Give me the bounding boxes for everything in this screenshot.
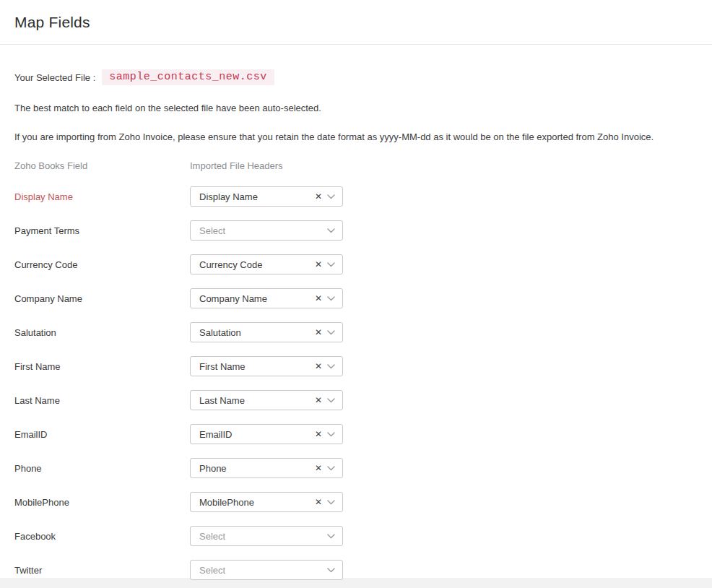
field-label: MobilePhone <box>14 492 190 508</box>
clear-selection-icon[interactable]: ✕ <box>315 362 322 371</box>
chevron-down-icon[interactable] <box>327 296 335 301</box>
column-headers: Zoho Books Field Imported File Headers <box>14 160 698 171</box>
dropdown-value: Currency Code <box>199 259 315 270</box>
header-dropdown[interactable]: Currency Code ✕ <box>190 254 343 274</box>
field-row: First Name First Name ✕ <box>14 356 698 390</box>
field-label: First Name <box>14 356 190 372</box>
field-row: MobilePhone MobilePhone ✕ <box>14 492 698 526</box>
column-header-zoho-books-field: Zoho Books Field <box>14 160 190 171</box>
zoho-invoice-note: If you are importing from Zoho Invoice, … <box>14 131 698 142</box>
chevron-down-icon[interactable] <box>327 500 335 505</box>
field-row: Phone Phone ✕ <box>14 458 698 492</box>
field-row: Payment Terms Select <box>14 220 698 254</box>
field-row: Company Name Company Name ✕ <box>14 288 698 322</box>
chevron-down-icon[interactable] <box>327 432 335 437</box>
header-dropdown[interactable]: Company Name ✕ <box>190 288 343 308</box>
field-row: Facebook Select <box>14 526 698 560</box>
selected-file-label: Your Selected File : <box>14 72 95 83</box>
field-label: Phone <box>14 458 190 474</box>
dropdown-value: Salutation <box>199 327 315 338</box>
page-header: Map Fields <box>0 0 712 45</box>
header-dropdown[interactable]: First Name ✕ <box>190 356 343 376</box>
chevron-down-icon[interactable] <box>327 466 335 471</box>
page-title: Map Fields <box>14 14 90 31</box>
selected-file-line: Your Selected File : sample_contacts_new… <box>14 69 698 85</box>
auto-select-note: The best match to each field on the sele… <box>14 103 698 113</box>
clear-selection-icon[interactable]: ✕ <box>315 396 322 405</box>
field-row: EmailID EmailID ✕ <box>14 424 698 458</box>
field-row: Salutation Salutation ✕ <box>14 322 698 356</box>
dropdown-value: Select <box>199 225 327 236</box>
field-label: Facebook <box>14 526 190 542</box>
field-row: Display Name Display Name ✕ <box>14 186 698 220</box>
chevron-down-icon[interactable] <box>327 534 335 539</box>
header-dropdown[interactable]: Select <box>190 526 343 546</box>
chevron-down-icon[interactable] <box>327 262 335 267</box>
field-label: Salutation <box>14 322 190 338</box>
clear-selection-icon[interactable]: ✕ <box>315 498 322 506</box>
clear-selection-icon[interactable]: ✕ <box>315 464 322 472</box>
header-dropdown[interactable]: MobilePhone ✕ <box>190 492 343 512</box>
dropdown-value: MobilePhone <box>199 497 315 508</box>
header-dropdown[interactable]: Salutation ✕ <box>190 322 343 342</box>
field-label: Company Name <box>14 288 190 304</box>
field-row: Last Name Last Name ✕ <box>14 390 698 424</box>
header-dropdown[interactable]: Select <box>190 560 343 580</box>
dropdown-value: First Name <box>199 361 315 372</box>
field-label: Last Name <box>14 390 190 406</box>
field-label: EmailID <box>14 424 190 440</box>
header-dropdown[interactable]: Display Name ✕ <box>190 186 343 207</box>
clear-selection-icon[interactable]: ✕ <box>315 328 322 337</box>
field-row: Currency Code Currency Code ✕ <box>14 254 698 288</box>
dropdown-value: Display Name <box>199 191 315 202</box>
header-dropdown[interactable]: Phone ✕ <box>190 458 343 478</box>
column-header-imported-file-headers: Imported File Headers <box>190 160 283 171</box>
chevron-down-icon[interactable] <box>327 330 335 335</box>
dropdown-value: Company Name <box>199 293 315 304</box>
header-dropdown[interactable]: EmailID ✕ <box>190 424 343 444</box>
chevron-down-icon[interactable] <box>327 398 335 403</box>
field-label: Payment Terms <box>14 220 190 236</box>
dropdown-value: Phone <box>199 463 315 474</box>
dropdown-value: Select <box>199 531 327 542</box>
field-label: Currency Code <box>14 254 190 270</box>
chevron-down-icon[interactable] <box>327 228 335 233</box>
header-dropdown[interactable]: Select <box>190 220 343 241</box>
field-row: Twitter Select <box>14 560 698 588</box>
field-label: Display Name <box>14 186 190 202</box>
map-fields-panel: Your Selected File : sample_contacts_new… <box>0 69 712 588</box>
clear-selection-icon[interactable]: ✕ <box>315 294 322 303</box>
chevron-down-icon[interactable] <box>327 364 335 369</box>
chevron-down-icon[interactable] <box>327 568 335 573</box>
chevron-down-icon[interactable] <box>327 194 335 199</box>
field-label: Twitter <box>14 560 190 576</box>
dropdown-value: Select <box>199 565 327 576</box>
selected-file-name: sample_contacts_new.csv <box>102 69 274 85</box>
dropdown-value: Last Name <box>199 395 315 406</box>
header-dropdown[interactable]: Last Name ✕ <box>190 390 343 410</box>
clear-selection-icon[interactable]: ✕ <box>315 260 322 269</box>
dropdown-value: EmailID <box>199 429 315 440</box>
field-rows: Display Name Display Name ✕ Payment Term… <box>14 186 698 588</box>
clear-selection-icon[interactable]: ✕ <box>315 192 322 201</box>
clear-selection-icon[interactable]: ✕ <box>315 430 322 438</box>
